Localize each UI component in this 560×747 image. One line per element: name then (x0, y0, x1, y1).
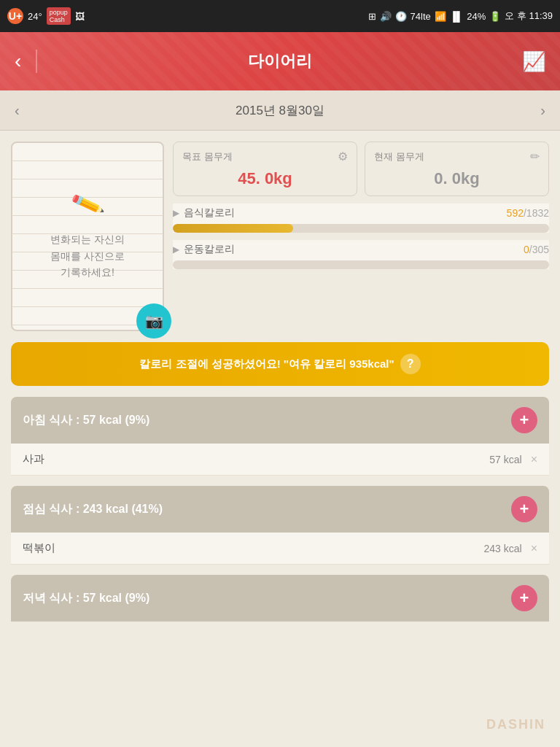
stats-box: 목표 몸무게 ⚙ 45. 0kg 현재 몸무게 ✏ 0. 0kg (173, 142, 549, 331)
signal-icon: ▐▌ (450, 11, 463, 22)
battery-label: 24% (467, 11, 486, 22)
dinner-add-button[interactable]: + (511, 585, 537, 611)
breakfast-item-name: 사과 (23, 452, 44, 466)
meal-gap-1 (11, 477, 549, 486)
dinner-section: 저녁 식사 : 57 kcal (9%) + (11, 575, 549, 622)
food-calorie-value: 592/1832 (507, 207, 549, 219)
breakfast-title: 아침 식사 : 57 kcal (9%) (23, 413, 149, 428)
camera-button[interactable]: 📷 (136, 303, 171, 338)
popup-badge: popupCash (47, 7, 71, 25)
lunch-item-name: 떡볶이 (23, 541, 55, 555)
watermark: DASHIN (486, 717, 545, 732)
volume-icon: 🔊 (380, 11, 392, 22)
breakfast-item-apple: 사과 57 kcal × (11, 444, 549, 476)
dinner-header: 저녁 식사 : 57 kcal (9%) + (11, 575, 549, 622)
cta-button[interactable]: 칼로리 조절에 성공하셨어요! "여유 칼로리 935kcal" ? (11, 342, 549, 386)
food-progress-fill (173, 224, 293, 233)
time-label: 오 후 11:39 (505, 9, 553, 23)
network-label: 74lte (411, 11, 431, 22)
date-nav: ‹ 2015년 8월30일 › (0, 90, 560, 131)
battery-icon: 🔋 (489, 11, 501, 22)
weight-row: 목표 몸무게 ⚙ 45. 0kg 현재 몸무게 ✏ 0. 0kg (173, 142, 549, 196)
target-weight-label-row: 목표 몸무게 ⚙ (182, 150, 348, 163)
wifi-icon: 📶 (435, 11, 446, 22)
chart-button[interactable]: 📈 (522, 50, 545, 73)
lunch-add-button[interactable]: + (511, 496, 537, 522)
current-weight-edit-icon[interactable]: ✏ (530, 150, 540, 163)
meals-container: 아침 식사 : 57 kcal (9%) + 사과 57 kcal × 점심 식… (11, 397, 549, 622)
lunch-item-tteokbokki: 떡볶이 243 kcal × (11, 533, 549, 565)
cta-question-button[interactable]: ? (400, 354, 421, 374)
current-weight-value: 0. 0kg (374, 169, 540, 188)
next-date-button[interactable]: › (540, 102, 545, 119)
breakfast-item-kcal: 57 kcal (489, 454, 521, 465)
target-weight-label: 목표 몸무게 (182, 150, 233, 163)
breakfast-section: 아침 식사 : 57 kcal (9%) + 사과 57 kcal × (11, 397, 549, 476)
breakfast-add-button[interactable]: + (511, 407, 537, 433)
status-bar: U+ 24° popupCash 🖼 ⊞ 🔊 🕐 74lte 📶 ▐▌ 24% … (0, 0, 560, 32)
photo-box: ✏️ 변화되는 자신의 몸매를 사진으로 기록하세요! 📷 (11, 142, 164, 331)
top-section: ✏️ 변화되는 자신의 몸매를 사진으로 기록하세요! 📷 목표 몸무게 ⚙ 4… (11, 142, 549, 331)
header-title: 다이어리 (248, 50, 312, 72)
food-calorie-arrow: ▶ (173, 208, 179, 218)
breakfast-item-right: 57 kcal × (489, 453, 537, 466)
lunch-item-right: 243 kcal × (484, 542, 538, 555)
status-left: U+ 24° popupCash 🖼 (7, 7, 85, 25)
current-date: 2015년 8월30일 (236, 102, 324, 119)
target-weight-settings-icon[interactable]: ⚙ (338, 150, 348, 163)
u-icon: U+ (7, 8, 23, 24)
photo-prompt-text: 변화되는 자신의 몸매를 사진으로 기록하세요! (43, 224, 132, 287)
exercise-calorie-arrow: ▶ (173, 244, 179, 255)
exercise-progress-bg (173, 260, 549, 269)
clock-icon: 🕐 (395, 11, 407, 22)
lunch-header: 점심 식사 : 243 kcal (41%) + (11, 486, 549, 533)
exercise-calorie-label: ▶ 운동칼로리 (173, 243, 235, 256)
food-progress-bg (173, 224, 549, 233)
lunch-item-delete-button[interactable]: × (531, 542, 537, 555)
cta-text: 칼로리 조절에 성공하셨어요! "여유 칼로리 935kcal" (139, 357, 394, 371)
breakfast-header: 아침 식사 : 57 kcal (9%) + (11, 397, 549, 444)
back-button[interactable]: ‹ (15, 50, 37, 73)
exercise-calorie-section: ▶ 운동칼로리 0/305 (173, 240, 549, 269)
lunch-item-kcal: 243 kcal (484, 543, 522, 554)
main-content: ✏️ 변화되는 자신의 몸매를 사진으로 기록하세요! 📷 목표 몸무게 ⚙ 4… (0, 131, 560, 634)
food-calorie-label-row: ▶ 음식칼로리 592/1832 (173, 204, 549, 222)
current-weight-label-row: 현재 몸무게 ✏ (374, 150, 540, 163)
temperature: 24° (28, 11, 42, 22)
current-weight-card: 현재 몸무게 ✏ 0. 0kg (365, 142, 549, 196)
target-weight-value: 45. 0kg (182, 169, 348, 188)
prev-date-button[interactable]: ‹ (15, 102, 20, 119)
screen-icon: ⊞ (368, 11, 376, 22)
target-weight-card: 목표 몸무게 ⚙ 45. 0kg (173, 142, 357, 196)
exercise-calorie-label-row: ▶ 운동칼로리 0/305 (173, 240, 549, 259)
photo-icon: 🖼 (75, 11, 85, 22)
dinner-title: 저녁 식사 : 57 kcal (9%) (23, 591, 149, 606)
food-calorie-label: ▶ 음식칼로리 (173, 206, 235, 220)
breakfast-item-delete-button[interactable]: × (531, 453, 537, 466)
lunch-title: 점심 식사 : 243 kcal (41%) (23, 502, 163, 517)
lunch-section: 점심 식사 : 243 kcal (41%) + 떡볶이 243 kcal × (11, 486, 549, 565)
meal-gap-2 (11, 566, 549, 575)
current-weight-label: 현재 몸무게 (374, 150, 424, 163)
food-calorie-section: ▶ 음식칼로리 592/1832 (173, 204, 549, 233)
status-right: ⊞ 🔊 🕐 74lte 📶 ▐▌ 24% 🔋 오 후 11:39 (368, 9, 553, 23)
exercise-calorie-value: 0/305 (524, 244, 549, 255)
app-header: ‹ 다이어리 📈 (0, 32, 560, 90)
